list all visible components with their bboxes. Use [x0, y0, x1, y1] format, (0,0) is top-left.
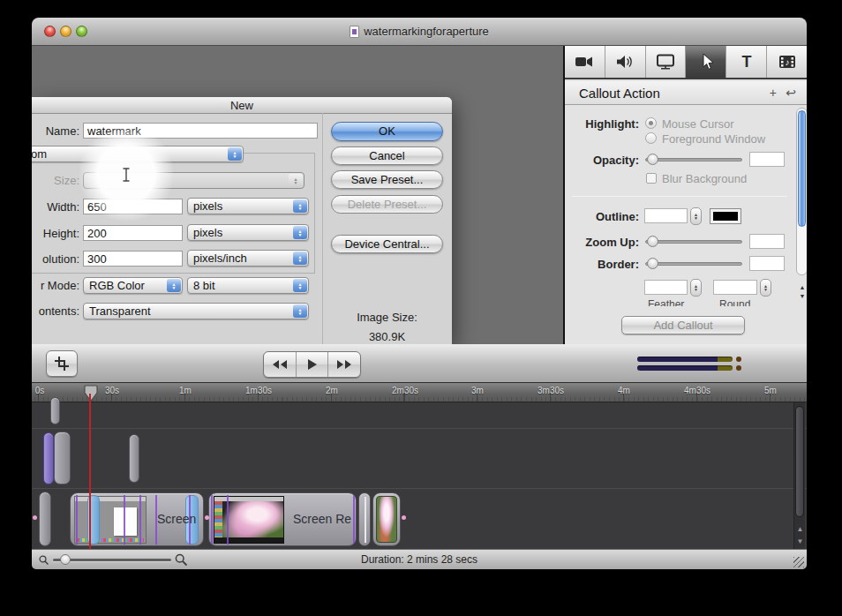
undo-icon[interactable]: ↩ [786, 86, 796, 100]
clip-track3-small[interactable] [39, 492, 51, 546]
narrow-clip[interactable] [358, 492, 371, 546]
ok-button[interactable]: OK [331, 122, 443, 141]
ibeam-cursor [121, 167, 132, 183]
close-button[interactable] [44, 26, 56, 37]
video-camera-icon [574, 53, 595, 71]
bit-depth-dropdown[interactable]: 8 bit [187, 277, 309, 294]
ruler-tick-label: 2m [326, 386, 338, 395]
clip-track2-purple[interactable] [43, 432, 54, 485]
panel-scrollbar-thumb[interactable] [798, 110, 806, 227]
chevron-updown-icon [293, 226, 307, 239]
action-marker-line[interactable] [139, 495, 141, 545]
scroll-down-icon[interactable]: ▼ [797, 537, 804, 545]
height-unit-dropdown[interactable]: pixels [187, 224, 309, 241]
zoom-up-slider-knob[interactable] [647, 236, 658, 247]
rewind-button[interactable] [264, 352, 297, 377]
contents-dropdown[interactable]: Transparent [83, 303, 309, 319]
size-dropdown[interactable] [83, 172, 304, 189]
timeline-scrollbar[interactable]: ▲▼ [793, 402, 805, 549]
scroll-down-icon[interactable]: ▼ [800, 293, 806, 299]
action-marker-line[interactable] [203, 495, 204, 545]
width-unit-dropdown[interactable]: pixels [187, 198, 309, 214]
save-preset-button[interactable]: Save Preset... [331, 170, 443, 189]
dialog-title[interactable]: New [32, 97, 452, 114]
resolution-unit-dropdown[interactable]: pixels/inch [187, 250, 309, 267]
zoom-button[interactable] [76, 26, 87, 37]
screen-recording-clip-2[interactable]: Screen Re [208, 492, 357, 546]
name-field[interactable]: watermark [83, 123, 318, 139]
canvas-preview[interactable]: New Name: watermark om Size: Width: 650 … [32, 46, 563, 344]
play-button[interactable] [297, 352, 329, 377]
cancel-button[interactable]: Cancel [331, 146, 443, 165]
action-marker-line[interactable] [76, 495, 78, 545]
preset-dropdown[interactable]: om [32, 146, 244, 162]
delete-preset-button[interactable]: Delete Preset... [331, 195, 443, 214]
width-field[interactable]: 650 [83, 199, 183, 214]
resize-grip[interactable] [793, 557, 804, 567]
window-titlebar[interactable]: watermarkingforaperture [32, 18, 807, 46]
clip-track2[interactable] [129, 434, 139, 483]
audio-meter-left [637, 357, 733, 362]
tab-text[interactable]: T [726, 46, 767, 78]
selection-handle[interactable] [402, 515, 406, 520]
opacity-field[interactable] [749, 152, 785, 167]
crop-button[interactable] [46, 350, 78, 377]
timeline-tracks[interactable]: Screen Screen Re ▲▼ [32, 402, 807, 549]
round-field[interactable] [713, 280, 757, 295]
feather-stepper[interactable] [690, 279, 702, 297]
flower-image-clip[interactable] [372, 492, 401, 546]
timeline-scrollbar-thumb[interactable] [795, 406, 804, 517]
tab-audio[interactable] [605, 46, 646, 78]
selection-handle[interactable] [33, 515, 37, 520]
feather-field[interactable] [644, 280, 688, 295]
foreground-window-radio[interactable] [645, 132, 657, 144]
fast-forward-button[interactable] [328, 352, 360, 377]
panel-scrollbar[interactable] [796, 108, 807, 275]
action-marker-line[interactable] [124, 495, 125, 545]
document-icon [350, 26, 359, 38]
resolution-field[interactable]: 300 [83, 251, 183, 267]
device-central-button[interactable]: Device Central... [331, 235, 443, 253]
zoom-up-slider[interactable] [645, 240, 742, 244]
add-callout-button[interactable]: Add Callout [621, 316, 745, 334]
tab-video-camera[interactable] [565, 46, 605, 78]
opacity-slider[interactable] [645, 158, 742, 162]
border-slider[interactable] [645, 262, 742, 266]
outline-stepper[interactable] [690, 207, 702, 225]
clip-track1[interactable] [50, 397, 60, 424]
panel-scrollbar-arrows[interactable]: ▲▼ [797, 278, 807, 304]
border-field[interactable] [749, 256, 785, 271]
blur-background-checkbox[interactable] [646, 173, 657, 184]
tab-cursor[interactable] [686, 46, 726, 78]
clip-track2[interactable] [54, 432, 71, 485]
scroll-up-icon[interactable]: ▲ [800, 284, 806, 290]
outline-color-swatch[interactable] [710, 208, 741, 224]
selection-handle[interactable] [205, 515, 209, 520]
clip-thumbnail [74, 496, 147, 544]
action-marker-line[interactable] [227, 495, 229, 545]
audio-meter-right [637, 365, 733, 371]
zoom-up-field[interactable] [749, 234, 785, 249]
action-marker-line[interactable] [211, 495, 213, 545]
scroll-up-icon[interactable]: ▲ [797, 525, 804, 533]
border-slider-knob[interactable] [647, 258, 658, 269]
clip-label: Screen Re [293, 512, 351, 526]
height-field[interactable]: 200 [83, 225, 183, 241]
screen: watermarkingforaperture New Name: waterm… [0, 0, 842, 616]
action-marker-line[interactable] [353, 495, 355, 545]
round-stepper[interactable] [760, 279, 771, 297]
minimize-button[interactable] [60, 26, 71, 37]
opacity-slider-knob[interactable] [647, 154, 658, 165]
timeline-ruler[interactable]: 0s 30s 1m 1m30s 2m 2m30s 3m 3m30s 4m 4m3… [32, 383, 807, 402]
fast-forward-icon [336, 359, 352, 370]
tab-media[interactable]: ♪ [767, 46, 807, 78]
ruler-tick-label: 30s [105, 386, 119, 395]
mouse-cursor-radio[interactable] [645, 117, 657, 129]
size-label: Size: [32, 174, 79, 187]
tab-display[interactable] [646, 46, 687, 78]
clip-thumbnail [376, 496, 397, 543]
outline-field[interactable] [644, 208, 688, 223]
add-icon[interactable]: + [770, 86, 777, 100]
color-mode-dropdown[interactable]: RGB Color [83, 277, 183, 294]
playhead-marker[interactable] [83, 385, 99, 402]
